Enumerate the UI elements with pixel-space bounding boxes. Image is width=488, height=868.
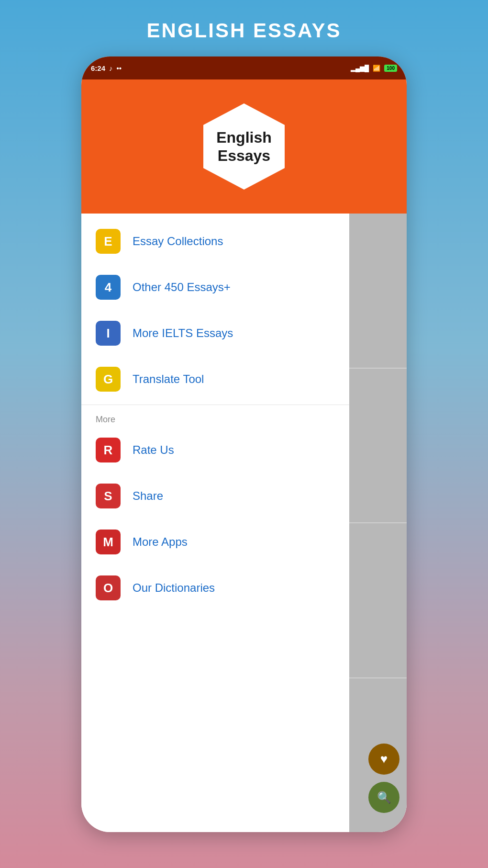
menu-item-share[interactable]: S Share bbox=[81, 473, 349, 519]
menu-item-essay-collections[interactable]: E Essay Collections bbox=[81, 218, 349, 264]
more-apps-icon: M bbox=[96, 530, 121, 554]
menu-item-ielts-essays[interactable]: I More IELTS Essays bbox=[81, 310, 349, 356]
side-segment-1 bbox=[349, 214, 407, 369]
translate-tool-label: Translate Tool bbox=[133, 372, 204, 386]
rate-us-icon: R bbox=[96, 438, 121, 462]
menu-item-rate-us[interactable]: R Rate Us bbox=[81, 427, 349, 473]
menu-item-other-essays[interactable]: 4 Other 450 Essays+ bbox=[81, 264, 349, 310]
ielts-essays-label: More IELTS Essays bbox=[133, 327, 233, 340]
tiktok-icon: ♪ bbox=[109, 64, 113, 72]
side-segment-3 bbox=[349, 523, 407, 678]
more-apps-label: More Apps bbox=[133, 535, 188, 549]
our-dictionaries-label: Our Dictionaries bbox=[133, 581, 215, 595]
divider bbox=[81, 405, 349, 405]
logo-line2: Essays bbox=[218, 147, 270, 164]
other-essays-icon: 4 bbox=[96, 275, 121, 300]
essay-collections-icon: E bbox=[96, 229, 121, 254]
wifi-icon: 📶 bbox=[373, 65, 380, 72]
status-bar: 6:24 ♪ •• ▂▄▆█ 📶 100 bbox=[81, 56, 407, 79]
side-segment-4: ♥ 🔍 bbox=[349, 678, 407, 833]
other-essays-label: Other 450 Essays+ bbox=[133, 281, 231, 294]
fab-search-button[interactable]: 🔍 bbox=[368, 782, 399, 813]
battery-indicator: 100 bbox=[384, 65, 397, 72]
more-section-label: More bbox=[81, 407, 349, 427]
logo-line1: English bbox=[216, 129, 272, 146]
dots-icon: •• bbox=[117, 64, 122, 72]
menu-item-translate-tool[interactable]: G Translate Tool bbox=[81, 356, 349, 402]
translate-tool-icon: G bbox=[96, 367, 121, 392]
side-segment-2 bbox=[349, 369, 407, 524]
rate-us-label: Rate Us bbox=[133, 443, 174, 457]
page-title: ENGLISH ESSAYS bbox=[147, 19, 342, 42]
phone-frame: 6:24 ♪ •• ▂▄▆█ 📶 100 English Essays bbox=[81, 56, 407, 832]
menu-item-more-apps[interactable]: M More Apps bbox=[81, 519, 349, 565]
menu-item-our-dictionaries[interactable]: O Our Dictionaries bbox=[81, 565, 349, 611]
hex-logo: English Essays bbox=[191, 94, 297, 199]
side-panel: ♥ 🔍 bbox=[349, 214, 407, 832]
fab-heart-button[interactable]: ♥ bbox=[368, 744, 399, 775]
our-dictionaries-icon: O bbox=[96, 575, 121, 600]
share-icon: S bbox=[96, 484, 121, 508]
ielts-essays-icon: I bbox=[96, 321, 121, 346]
essay-collections-label: Essay Collections bbox=[133, 235, 223, 248]
signal-icon: ▂▄▆█ bbox=[351, 65, 369, 72]
app-header: English Essays bbox=[81, 79, 407, 214]
share-label: Share bbox=[133, 489, 163, 503]
main-menu: E Essay Collections 4 Other 450 Essays+ … bbox=[81, 214, 349, 616]
clock: 6:24 bbox=[91, 64, 105, 72]
